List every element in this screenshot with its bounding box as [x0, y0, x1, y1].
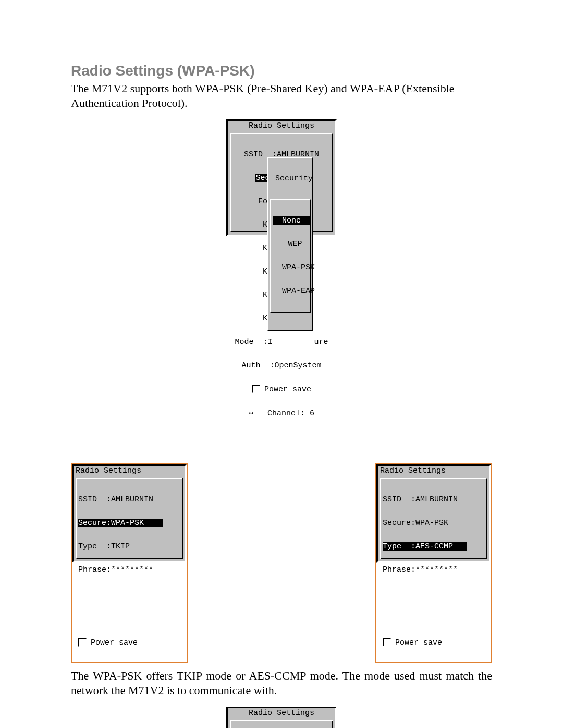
row-secure: Secure:WPA-PSK: [383, 519, 485, 527]
checkbox-icon[interactable]: [383, 638, 391, 647]
popup-title: Security: [268, 174, 312, 183]
screen-title: Radio Settings: [228, 708, 335, 720]
paragraph-1: The M71V2 supports both WPA-PSK (Pre-Sha…: [71, 81, 492, 110]
screen-radio-security-popup: Radio Settings SSID :AMLBURNIN Secure:No…: [226, 119, 337, 236]
row-phrase[interactable]: Phrase:*********: [383, 566, 485, 574]
row-ssid: SSID :AMLBURNIN: [78, 496, 180, 503]
screen-wpa-psk-tkip: Radio Settings SSID :AMLBURNIN Secure:WP…: [72, 464, 187, 563]
row-mode: Mode :Iure: [232, 338, 331, 346]
arrow-left-right-icon: ↔: [249, 408, 258, 417]
page-heading: Radio Settings (WPA-PSK): [71, 63, 492, 79]
row-type[interactable]: Type :TKIP: [78, 542, 180, 550]
screen-title: Radio Settings: [228, 121, 335, 133]
row-power-save[interactable]: Power save: [232, 385, 331, 393]
popup-item-wpa-psk[interactable]: WPA-PSK: [273, 264, 308, 272]
highlight-box-right: Radio Settings SSID :AMLBURNIN Secure:WP…: [375, 463, 492, 663]
popup-item-none[interactable]: None: [273, 217, 308, 225]
row-channel[interactable]: ↔ Channel: 6: [232, 409, 331, 417]
screen-shared-phrase: Radio Settings SSID :AMLBURNIN Secure:WP…: [226, 707, 337, 728]
row-power-save[interactable]: Power save: [78, 638, 180, 647]
screen-wpa-psk-aes: Radio Settings SSID :AMLBURNIN Secure:WP…: [376, 464, 491, 563]
screen-title: Radio Settings: [378, 466, 489, 478]
highlight-box-left: Radio Settings SSID :AMLBURNIN Secure:WP…: [71, 463, 188, 663]
paragraph-2: The WPA-PSK offers TKIP mode or AES-CCMP…: [71, 669, 492, 697]
security-popup[interactable]: Security None WEP WPA-PSK WPA-EAP: [267, 157, 313, 331]
row-secure[interactable]: Secure:WPA-PSK: [78, 519, 180, 527]
row-power-save[interactable]: Power save: [383, 638, 485, 647]
row-type[interactable]: Type :AES-CCMP: [383, 542, 485, 550]
row-ssid: SSID :AMLBURNIN: [383, 496, 485, 503]
popup-item-wpa-eap[interactable]: WPA-EAP: [273, 287, 308, 295]
checkbox-icon[interactable]: [78, 638, 87, 647]
popup-item-wep[interactable]: WEP: [273, 240, 308, 248]
row-auth: Auth :OpenSystem: [232, 362, 331, 369]
checkbox-icon[interactable]: [252, 385, 260, 393]
row-phrase[interactable]: Phrase:*********: [78, 566, 180, 574]
screen-title: Radio Settings: [74, 466, 185, 478]
